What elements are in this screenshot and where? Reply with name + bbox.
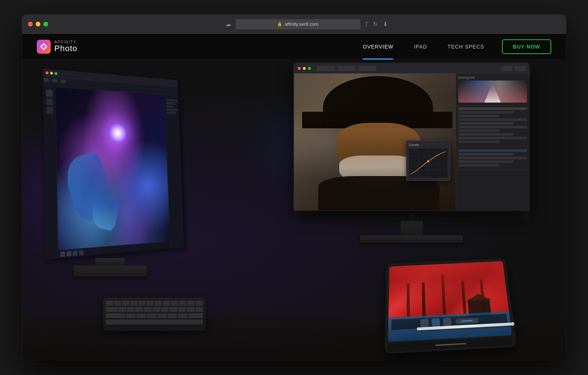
curves-popup: Curves bbox=[406, 140, 450, 181]
nav-link-ipad[interactable]: IPAD bbox=[404, 34, 437, 60]
right-monitor: Histogram bbox=[294, 63, 529, 243]
website-content: AFFINITY Photo OVERVIEW IPAD TECH SPECS … bbox=[22, 34, 566, 360]
minimize-dot-r bbox=[303, 67, 306, 70]
toolbar-item-2 bbox=[52, 79, 58, 83]
key-row-1 bbox=[106, 301, 203, 306]
right-monitor-stand-neck bbox=[401, 221, 423, 235]
dock-item-2 bbox=[431, 318, 440, 327]
address-bar[interactable]: 🔒 affinity.serif.com bbox=[236, 19, 361, 29]
key bbox=[161, 307, 169, 312]
key bbox=[169, 307, 177, 312]
bottom-icon-3 bbox=[73, 250, 78, 256]
toolbar-item-3 bbox=[61, 79, 66, 83]
histogram bbox=[458, 81, 527, 103]
maximize-button[interactable] bbox=[43, 22, 48, 26]
maximize-dot bbox=[55, 72, 58, 75]
dock-item-1 bbox=[420, 319, 429, 327]
key bbox=[179, 301, 187, 306]
keyboard-keys bbox=[103, 298, 206, 328]
key bbox=[106, 307, 118, 312]
key bbox=[187, 307, 194, 312]
nav-link-overview[interactable]: OVERVIEW bbox=[352, 34, 404, 60]
bottom-icon-4 bbox=[79, 250, 84, 255]
curves-title: Curves bbox=[409, 143, 448, 147]
histogram-section: Histogram bbox=[456, 74, 529, 105]
key bbox=[195, 307, 203, 312]
key bbox=[135, 307, 143, 312]
maximize-dot-r bbox=[308, 67, 311, 70]
key bbox=[153, 307, 160, 312]
buy-now-button[interactable]: BUY NOW bbox=[502, 39, 551, 54]
lock-icon: 🔒 bbox=[277, 22, 282, 26]
curves-line bbox=[410, 150, 446, 176]
key bbox=[139, 301, 146, 306]
key bbox=[147, 301, 154, 306]
right-monitor-chin bbox=[294, 210, 529, 221]
close-dot-r bbox=[298, 67, 301, 70]
keyboard bbox=[103, 298, 206, 331]
key bbox=[196, 301, 203, 306]
layers-section bbox=[456, 147, 529, 170]
dock-item-3 bbox=[443, 318, 452, 326]
hero-section: Histogram bbox=[22, 60, 566, 360]
key bbox=[178, 307, 186, 312]
svg-point-3 bbox=[427, 160, 429, 162]
left-monitor bbox=[44, 67, 206, 295]
bottom-icon-2 bbox=[67, 251, 71, 256]
browser-window: ☁ 🔒 affinity.serif.com ⤴ ↻ ⬇ bbox=[22, 15, 566, 360]
key bbox=[178, 313, 187, 318]
logo-area[interactable]: AFFINITY Photo bbox=[37, 40, 78, 54]
key bbox=[189, 313, 203, 318]
key bbox=[126, 313, 136, 318]
camera-dot bbox=[410, 214, 413, 217]
key bbox=[118, 307, 126, 312]
key bbox=[114, 301, 121, 306]
histogram-label: Histogram bbox=[458, 76, 527, 79]
key-row-3 bbox=[106, 313, 203, 318]
nav-link-tech-specs[interactable]: TECH SPECS bbox=[437, 34, 494, 60]
affinity-logo-icon bbox=[37, 40, 51, 54]
key bbox=[155, 301, 162, 306]
minimize-button[interactable] bbox=[36, 22, 40, 26]
key bbox=[106, 301, 113, 306]
right-monitor-titlebar bbox=[294, 63, 529, 74]
key-row-4 bbox=[106, 319, 203, 325]
refresh-icon[interactable]: ↻ bbox=[373, 21, 378, 28]
ipad-screen-inner bbox=[388, 261, 512, 342]
key bbox=[106, 313, 125, 318]
art-content bbox=[55, 87, 170, 258]
key bbox=[122, 301, 129, 306]
right-monitor-screen: Histogram bbox=[294, 63, 529, 210]
key bbox=[127, 307, 135, 312]
browser-chrome: ☁ 🔒 affinity.serif.com ⤴ ↻ ⬇ bbox=[22, 15, 566, 34]
chrome-right-icons: ⤴ ↻ ⬇ bbox=[365, 21, 388, 28]
key bbox=[157, 313, 167, 318]
minimize-dot bbox=[50, 71, 53, 74]
key bbox=[171, 301, 178, 306]
toolbar-item-1 bbox=[44, 78, 49, 82]
left-monitor-stand bbox=[96, 258, 125, 265]
ipad bbox=[385, 258, 517, 354]
close-button[interactable] bbox=[28, 22, 33, 26]
cloud-icon: ☁ bbox=[225, 21, 231, 28]
download-icon: ⬇ bbox=[383, 21, 388, 28]
close-dot bbox=[46, 71, 49, 74]
key bbox=[130, 301, 138, 306]
right-monitor-panel: Histogram bbox=[456, 74, 529, 210]
key bbox=[147, 313, 156, 318]
home-indicator bbox=[435, 343, 466, 346]
left-monitor-screen bbox=[43, 69, 184, 260]
chrome-center: ☁ 🔒 affinity.serif.com ⤴ ↻ ⬇ bbox=[53, 19, 560, 29]
navbar: AFFINITY Photo OVERVIEW IPAD TECH SPECS … bbox=[22, 34, 566, 60]
product-name: Photo bbox=[54, 44, 78, 53]
key bbox=[168, 313, 177, 318]
traffic-lights bbox=[28, 22, 48, 26]
url-text: affinity.serif.com bbox=[284, 21, 319, 27]
bottom-icon-1 bbox=[60, 251, 65, 257]
adjustments-section bbox=[456, 105, 529, 147]
key bbox=[163, 301, 170, 306]
key-row-2 bbox=[106, 307, 203, 312]
key bbox=[187, 301, 195, 306]
share-icon: ⤴ bbox=[365, 21, 368, 28]
nav-links: OVERVIEW IPAD TECH SPECS BUY NOW bbox=[352, 34, 551, 60]
